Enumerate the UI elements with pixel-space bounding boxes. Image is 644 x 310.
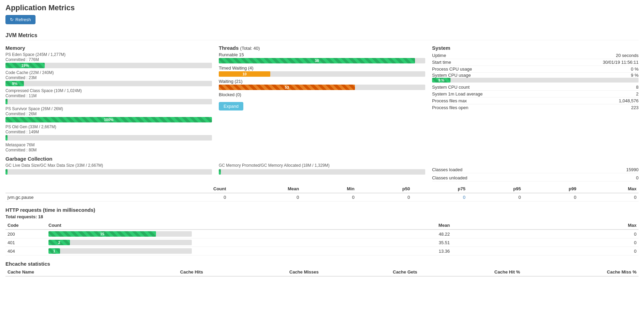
system-cpu-label: System CPU usage (432, 73, 471, 78)
system-row-files-max: Process files max 1,048,576 (432, 98, 639, 104)
metaspace-committed: Committed : 80M (5, 148, 212, 152)
survivor-progress-fill: 100% (5, 117, 212, 122)
table-row: 404 1 13.36 0 (5, 247, 639, 255)
expand-button[interactable]: Expand (219, 102, 243, 110)
uptime-label: Uptime (432, 53, 446, 58)
process-cpu-label: Process CPU usage (432, 67, 472, 72)
survivor-label: PS Survivor Space (26M / 26M) (5, 106, 212, 111)
waiting-progress-fill: 53 (219, 85, 355, 90)
memory-compressed: Compressed Class Space (10M / 1,024M) Co… (5, 88, 212, 104)
code-cache-progress-fill: 9% (5, 81, 24, 86)
gc-bar2-section: GC Memory Promoted/GC Memory Allocated (… (219, 163, 425, 177)
http-mean-404: 13.36 (281, 247, 452, 255)
refresh-icon: ↻ (10, 17, 14, 22)
gc-row-max: 0 (578, 193, 639, 202)
http-col-mean: Mean (281, 221, 452, 230)
http-mean-200: 48.22 (281, 230, 452, 238)
runnable-progress-wrap: 38 (219, 58, 425, 63)
http-bar-404-fill: 1 (48, 248, 60, 254)
system-cpu-value: 9 % (631, 73, 639, 78)
http-bar-401-wrap: 2 (48, 240, 192, 245)
gc-bar2-wrap (219, 169, 425, 175)
files-open-label: Process files open (432, 105, 468, 110)
memory-section: Memory PS Eden Space (245M / 1,277M) Com… (5, 42, 212, 153)
memory-eden: PS Eden Space (245M / 1,277M) Committed … (5, 52, 212, 68)
gc-row-p95: 0 (468, 193, 523, 202)
runnable-label: Runnable 15 (219, 52, 425, 57)
load-avg-value: 2 (636, 91, 639, 97)
files-open-value: 223 (631, 105, 639, 110)
gc-col-name (5, 185, 148, 193)
classes-loaded-label: Classes loaded (432, 167, 462, 172)
code-cache-label: Code Cache (22M / 240M) (5, 70, 212, 75)
compressed-progress-fill (5, 99, 8, 104)
http-row-code-200: 200 (5, 230, 46, 238)
cpu-count-label: System CPU count (432, 85, 470, 90)
old-gen-progress-wrap (5, 135, 212, 141)
gc-table-header-row: Count Mean Min p50 p75 p95 p99 Max (5, 185, 639, 193)
page-title: Application Metrics (5, 3, 639, 12)
gc-col-p75: p75 (412, 185, 468, 193)
ehcache-section: Ehcache statistics Cache Name Cache Hits… (5, 261, 639, 277)
system-row-starttime: Start time 30/01/19 11:56:11 (432, 59, 639, 66)
ehcache-col-miss-pct: Cache Miss % (522, 268, 639, 276)
system-cpu-bar-wrap: 9 % (432, 78, 639, 83)
http-row-count-401: 2 (46, 238, 281, 247)
refresh-label: Refresh (15, 17, 31, 22)
http-heading: HTTP requests (time in milliseconds) (5, 207, 639, 213)
timed-waiting-progress-fill: 10 (219, 71, 270, 77)
http-max-200: 0 (497, 230, 639, 238)
http-row-code-401: 401 (5, 238, 46, 247)
refresh-button[interactable]: ↻ Refresh (5, 15, 35, 24)
gc-row-p50: 0 (357, 193, 412, 202)
http-col-empty1 (190, 221, 235, 230)
metaspace-label: Metaspace 76M (5, 143, 212, 147)
gc-row-p99: 0 (523, 193, 578, 202)
http-bar-401-fill: 2 (48, 240, 70, 245)
memory-metaspace: Metaspace 76M Committed : 80M (5, 143, 212, 152)
gc-col-min: Min (301, 185, 356, 193)
gc-bar2-fill (219, 169, 221, 175)
http-col-empty3 (452, 221, 497, 230)
classes-loaded-value: 15990 (626, 167, 639, 172)
http-section: HTTP requests (time in milliseconds) Tot… (5, 207, 639, 255)
gc-heading: Garbage Collection (5, 156, 639, 162)
ehcache-col-hits: Cache Hits (112, 268, 205, 276)
http-mean-401: 35.51 (281, 238, 452, 247)
uptime-value: 20 seconds (616, 53, 639, 58)
http-empty-404 (452, 247, 497, 255)
system-row-uptime: Uptime 20 seconds (432, 52, 639, 59)
code-cache-progress-wrap: 9% (5, 81, 212, 86)
code-cache-committed: Committed : 23M (5, 75, 212, 80)
waiting-label: Waiting (21) (219, 79, 425, 84)
http-bar-200-fill: 15 (48, 231, 156, 237)
ehcache-header-row: Cache Name Cache Hits Cache Misses Cache… (5, 268, 639, 276)
classes-unloaded-label: Classes unloaded (432, 175, 467, 180)
threads-heading: Threads (Total: 40) (219, 45, 425, 51)
http-col-max: Max (497, 221, 639, 230)
ehcache-col-misses: Cache Misses (205, 268, 321, 276)
system-row-files-open: Process files open 223 (432, 104, 639, 111)
http-max-401: 0 (497, 238, 639, 247)
table-row: 200 15 48.22 0 (5, 230, 639, 238)
compressed-label: Compressed Class Space (10M / 1,024M) (5, 88, 212, 93)
total-requests-value: 18 (38, 214, 43, 219)
http-table: Code Count Mean Max 200 15 (5, 221, 639, 255)
timed-waiting-label: Timed Waiting (4) (219, 65, 425, 71)
files-max-value: 1,048,576 (619, 98, 639, 103)
gc-p75-link[interactable]: 0 (463, 195, 465, 200)
http-row-count-200: 15 (46, 230, 281, 238)
waiting-progress-wrap: 53 (219, 85, 425, 90)
gc-col-max: Max (578, 185, 639, 193)
gc-col-p50: p50 (357, 185, 412, 193)
ehcache-heading: Ehcache statistics (5, 261, 639, 267)
http-col-empty2 (235, 221, 281, 230)
ehcache-col-gets: Cache Gets (321, 268, 419, 276)
system-heading: System (432, 45, 639, 51)
gc-table: Count Mean Min p50 p75 p95 p99 Max jvm.g… (5, 185, 639, 202)
system-row-cpu-count: System CPU count 8 (432, 84, 639, 91)
http-col-count: Count (46, 221, 190, 230)
eden-committed: Committed : 776M (5, 57, 212, 62)
eden-label: PS Eden Space (245M / 1,277M) (5, 52, 212, 57)
classes-unloaded-value: 0 (636, 175, 639, 180)
